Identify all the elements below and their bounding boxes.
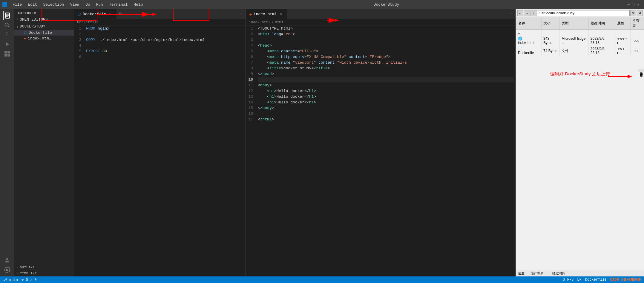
split-editor-btn[interactable]: ⧉	[116, 10, 124, 18]
sidebar: EXPLORER › OPEN EDITORS ∨ DOCKERSTUDY ⬡ …	[14, 9, 74, 276]
close-button[interactable]: ✕	[637, 2, 639, 7]
col-modified[interactable]: 修改时间	[588, 17, 615, 30]
table-row[interactable]: 🌐 index.html 343 Bytes Microsoft Edge ..…	[516, 36, 644, 46]
csdn-watermark: CSDN @叁豆糯米饭	[610, 277, 641, 282]
menu-run[interactable]: Run	[93, 2, 105, 7]
fm-back-btn[interactable]: ←	[517, 10, 523, 16]
right-line-3	[258, 37, 514, 43]
tab-indexhtml[interactable]: ◆ index.html ✕	[246, 9, 287, 19]
code-line-5: EXPOSE 80	[86, 48, 244, 54]
right-line-numbers: 1 2 3 4 5 6 7 8 9 10 11 12 13 14 15 16 1	[246, 26, 257, 276]
col-size[interactable]: 大小	[542, 17, 560, 30]
activity-search[interactable]	[3, 21, 11, 29]
fm-refresh-btn[interactable]: ↺	[630, 10, 636, 16]
left-tab-bar: ⬡ Dockerfile ✕ ⧉ ···	[74, 9, 246, 19]
svg-line-1	[8, 26, 9, 27]
svg-point-0	[5, 23, 8, 26]
edge-icon: 🌐	[518, 36, 522, 41]
fm-up-btn[interactable]: ↑	[530, 10, 536, 16]
sidebar-dockerstudy[interactable]: ∨ DOCKERSTUDY	[14, 23, 74, 30]
sidebar-bottom: › OUTLINE › TIMELINE	[14, 264, 74, 276]
indexhtml-filename: index.html	[518, 41, 534, 45]
title-bar-title: DockerStudy	[147, 2, 626, 7]
annotation-arrow	[608, 74, 632, 80]
html-tab-icon: ◆	[249, 12, 252, 17]
close-dockerfile-tab[interactable]: ✕	[108, 12, 113, 17]
right-line-13: <h1>Hello docker</h1>	[258, 94, 514, 100]
sidebar-item-dockerfile[interactable]: ⬡ Dockerfile	[14, 30, 74, 36]
html-file-icon: ◆	[24, 36, 26, 41]
outline-label: OUTLINE	[20, 266, 35, 269]
right-code-content[interactable]: 1 2 3 4 5 6 7 8 9 10 11 12 13 14 15 16 1	[246, 26, 516, 276]
left-code-content[interactable]: 1 2 3 4 5 6 FROM nginx COPY ./index.html…	[74, 26, 246, 276]
col-owner[interactable]: 所有者	[631, 17, 644, 30]
left-code-lines[interactable]: FROM nginx COPY ./index.html /usr/share/…	[85, 26, 246, 276]
breadcrumb-html-tag: html	[275, 20, 283, 25]
file-owner-indexhtml: root	[631, 36, 644, 46]
file-type-indexhtml: Microsoft Edge ...	[560, 36, 589, 46]
file-type-dockerfile: 文件	[560, 46, 589, 56]
menu-bar: File Edit Selection View Go Run Terminal…	[0, 0, 644, 9]
sidebar-item-indexhtml[interactable]: ◆ index.html	[14, 36, 74, 41]
col-attrs[interactable]: 属性	[615, 17, 630, 30]
activity-debug[interactable]	[3, 40, 11, 48]
col-type[interactable]: 类型	[560, 17, 589, 30]
menu-view[interactable]: View	[68, 2, 82, 7]
activity-bar	[0, 9, 14, 276]
sidebar-timeline[interactable]: › TIMELINE	[14, 270, 74, 276]
table-row[interactable]: 📄 Dockerfile 74 Bytes 文件 2023/9/6, 23:13…	[516, 46, 644, 56]
tab-dockerfile[interactable]: ⬡ Dockerfile ✕	[74, 9, 116, 19]
chevron-down-icon: ∨	[17, 25, 19, 28]
file-size-indexhtml: 343 Bytes	[542, 36, 560, 46]
activity-extensions[interactable]	[3, 50, 11, 58]
fm-right-side-labels: 无 重入 覆盖	[638, 69, 644, 72]
more-actions-btn-right[interactable]: ···	[502, 10, 516, 18]
activity-explorer[interactable]	[3, 11, 11, 20]
menu-help[interactable]: Help	[131, 2, 145, 7]
close-indexhtml-tab[interactable]: ✕	[279, 12, 283, 17]
code-line-2	[86, 31, 244, 37]
svg-rect-5	[4, 54, 7, 56]
minimize-button[interactable]: —	[628, 2, 630, 7]
right-line-17: </html>	[258, 117, 514, 122]
activity-settings[interactable]	[3, 266, 11, 274]
fm-forward-btn[interactable]: →	[524, 10, 530, 16]
activity-git[interactable]	[3, 30, 11, 39]
status-bar: ⎇ main ⊗ 0 ⚠ 0 UTF-8 LF Dockerfile CSDN …	[0, 276, 644, 283]
right-line-15: </body>	[258, 105, 514, 111]
right-line-7: <meta name="viewport" content="width=dev…	[258, 60, 514, 65]
fm-settings-btn[interactable]: ⚙	[637, 10, 643, 16]
right-line-16	[258, 111, 514, 117]
menu-selection[interactable]: Selection	[41, 2, 66, 7]
file-generic-icon: 📄	[518, 47, 522, 51]
right-line-6: <meta http-equiv="X-UA-Compatible" conte…	[258, 54, 514, 60]
dockerstudy-label: DOCKERSTUDY	[20, 24, 45, 29]
dockerfile-label: Dockerfile	[29, 30, 52, 35]
fm-path-input[interactable]	[537, 10, 630, 16]
fm-status-speed: 速度	[518, 271, 525, 276]
left-line-numbers: 1 2 3 4 5 6	[74, 26, 85, 276]
code-line-4	[86, 43, 244, 48]
right-code-lines[interactable]: <!DOCTYPE html> <html lang="en"> <head> …	[257, 26, 516, 276]
menu-go[interactable]: Go	[83, 2, 93, 7]
file-name-indexhtml: 🌐 index.html	[516, 36, 542, 46]
maximize-button[interactable]: □	[632, 2, 634, 7]
table-row[interactable]: ..	[516, 30, 644, 36]
sidebar-open-editors[interactable]: › OPEN EDITORS	[14, 16, 74, 23]
menu-terminal[interactable]: Terminal	[107, 2, 130, 7]
svg-point-7	[6, 258, 8, 260]
code-line-1: FROM nginx	[86, 26, 244, 31]
svg-marker-2	[6, 42, 9, 46]
file-manager-panel: ← → ↑ ↺ ⚙ 名称 大小 类型 修改时间 属性	[516, 9, 644, 276]
more-actions-btn-left[interactable]: ···	[232, 10, 246, 18]
col-name[interactable]: 名称	[516, 17, 542, 30]
activity-accounts[interactable]	[3, 256, 11, 264]
sidebar-outline[interactable]: › OUTLINE	[14, 264, 74, 270]
right-line-9: </head>	[258, 71, 514, 77]
right-line-4: <head>	[258, 43, 514, 48]
timeline-chevron: ›	[17, 272, 19, 275]
right-editor-pane: ◆ index.html ✕ ··· index.html › html 1 2…	[246, 9, 516, 276]
right-line-14: <h1>Hello docker</h1>	[258, 100, 514, 105]
menu-edit[interactable]: Edit	[25, 2, 39, 7]
menu-file[interactable]: File	[10, 2, 24, 7]
